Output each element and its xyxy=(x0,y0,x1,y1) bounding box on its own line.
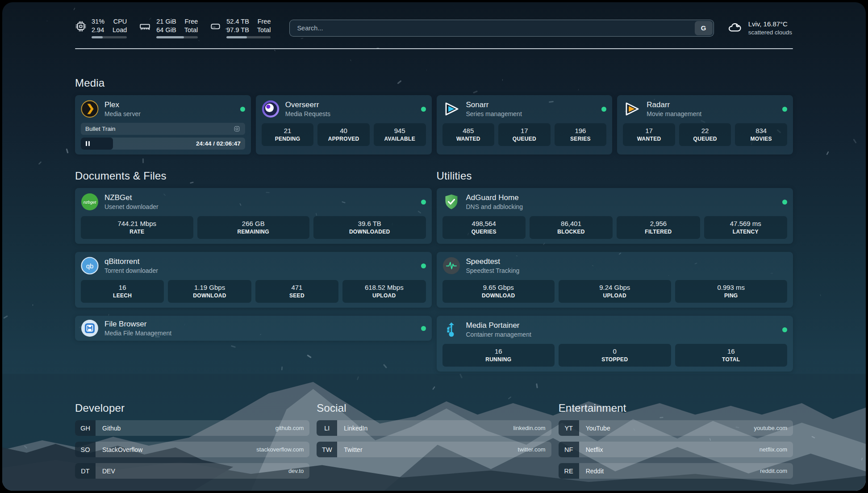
service-card-plex[interactable]: Plex Media server Bullet Train xyxy=(75,95,251,155)
service-name: Plex xyxy=(104,100,141,110)
plex-now-playing-row: Bullet Train xyxy=(81,123,245,135)
stat-remaining: 266 GBREMAINING xyxy=(197,216,310,239)
service-subtitle: Torrent downloader xyxy=(104,267,158,275)
speedtest-logo-icon xyxy=(442,257,460,275)
stat-pending: 21PENDING xyxy=(262,123,314,146)
bookmark-name: Github xyxy=(96,420,121,436)
status-online-dot xyxy=(240,107,245,112)
bookmark-name: LinkedIn xyxy=(337,420,367,436)
service-name: Sonarr xyxy=(466,100,522,110)
service-subtitle: DNS and adblocking xyxy=(466,203,523,211)
service-card-portainer[interactable]: Media Portainer Container management 16R… xyxy=(437,316,793,372)
service-subtitle: Speedtest Tracking xyxy=(466,267,520,275)
status-online-dot xyxy=(782,200,787,205)
overseerr-logo-icon xyxy=(262,100,280,118)
stat-queued: 17QUEUED xyxy=(498,123,551,146)
bookmark-url: twitter.com xyxy=(518,442,551,457)
section-developer: Developer GH Github github.com SO StackO… xyxy=(75,402,309,479)
ram-total-label: Total xyxy=(184,26,198,34)
cloud-icon xyxy=(726,20,743,36)
plex-pause-indicator xyxy=(81,138,113,150)
bookmark-url: reddit.com xyxy=(760,463,793,479)
header-divider xyxy=(75,48,793,49)
stat-rate: 744.21 MbpsRATE xyxy=(81,216,193,239)
bookmark-stackoverflow[interactable]: SO StackOverflow stackoverflow.com xyxy=(75,442,309,457)
bookmark-abbr: RE xyxy=(559,463,579,479)
bookmark-github[interactable]: GH Github github.com xyxy=(75,420,309,436)
stat-download: 9.65 GbpsDOWNLOAD xyxy=(442,280,555,303)
service-subtitle: Usenet downloader xyxy=(104,203,159,211)
bookmark-name: Netflix xyxy=(579,442,603,457)
bookmark-linkedin[interactable]: LI LinkedIn linkedin.com xyxy=(317,420,551,436)
social-section-title: Social xyxy=(317,402,551,414)
bookmark-abbr: YT xyxy=(559,420,579,436)
service-card-speedtest[interactable]: Speedtest Speedtest Tracking 9.65 GbpsDO… xyxy=(437,252,793,308)
bookmark-youtube[interactable]: YT YouTube youtube.com xyxy=(559,420,793,436)
service-subtitle: Container management xyxy=(466,330,531,338)
stat-movies: 834MOVIES xyxy=(735,123,787,146)
service-card-filebrowser[interactable]: File Browser Media File Management xyxy=(75,316,432,341)
status-online-dot xyxy=(421,200,426,205)
stat-blocked: 86,401BLOCKED xyxy=(530,216,613,239)
search-input[interactable] xyxy=(289,20,714,37)
status-online-dot xyxy=(782,107,787,112)
disk-total-label: Total xyxy=(257,26,271,34)
stat-wanted: 17WANTED xyxy=(623,123,675,146)
stat-total: 16TOTAL xyxy=(675,344,788,367)
stat-wanted: 485WANTED xyxy=(442,123,495,146)
service-card-overseerr[interactable]: Overseerr Media Requests 21PENDING 40APP… xyxy=(256,95,432,155)
stat-leech: 16LEECH xyxy=(81,280,164,303)
svg-text:qb: qb xyxy=(86,262,94,270)
dashboard-screen: 31% 2.94 CPU Load xyxy=(0,0,868,493)
search-provider-button[interactable]: G xyxy=(695,21,713,35)
service-name: NZBGet xyxy=(104,193,159,203)
stat-available: 945AVAILABLE xyxy=(374,123,426,146)
service-subtitle: Movie management xyxy=(647,110,701,118)
status-online-dot xyxy=(421,263,426,268)
media-type-icon xyxy=(233,125,241,133)
weather-condition: scattered clouds xyxy=(748,29,792,36)
ram-progress-bar xyxy=(156,36,198,38)
service-card-sonarr[interactable]: Sonarr Series management 485WANTED 17QUE… xyxy=(437,95,613,155)
disk-widget: 52.4 TB 97.9 TB Free Total xyxy=(209,17,271,38)
service-card-radarr[interactable]: Radarr Movie management 17WANTED 22QUEUE… xyxy=(617,95,793,155)
adguard-logo-icon xyxy=(442,193,460,211)
stat-upload: 9.24 GbpsUPLOAD xyxy=(559,280,671,303)
portainer-logo-icon xyxy=(442,321,460,338)
weather-location-temp: Lviv, 16.87°C xyxy=(748,20,792,29)
disk-total-value: 97.9 TB xyxy=(226,26,249,34)
svg-text:nzbget: nzbget xyxy=(83,200,96,205)
service-name: Media Portainer xyxy=(466,321,531,330)
bookmark-twitter[interactable]: TW Twitter twitter.com xyxy=(317,442,551,457)
service-card-adguard[interactable]: AdGuard Home DNS and adblocking 498,564Q… xyxy=(437,188,793,244)
bookmark-reddit[interactable]: RE Reddit reddit.com xyxy=(559,463,793,479)
bookmark-url: linkedin.com xyxy=(513,420,551,436)
qbittorrent-logo-icon: qb xyxy=(81,257,99,275)
dashboard-frame: 31% 2.94 CPU Load xyxy=(2,2,866,491)
bookmark-netflix[interactable]: NF Netflix netflix.com xyxy=(559,442,793,457)
bookmark-url: netflix.com xyxy=(760,442,793,457)
ram-total-value: 64 GiB xyxy=(156,26,176,34)
plex-logo-icon xyxy=(81,100,99,118)
service-card-nzbget[interactable]: nzbget NZBGet Usenet downloader 74 xyxy=(75,188,432,244)
bookmark-url: youtube.com xyxy=(754,420,793,436)
bookmark-url: stackoverflow.com xyxy=(256,442,309,457)
ram-icon xyxy=(138,21,151,32)
documents-section-title: Documents & Files xyxy=(75,170,432,182)
developer-section-title: Developer xyxy=(75,402,309,414)
cpu-progress-bar xyxy=(92,36,127,38)
disk-free-label: Free xyxy=(257,17,271,26)
service-card-qbittorrent[interactable]: qb qBittorrent Torrent downloader xyxy=(75,252,432,308)
disk-progress-bar xyxy=(226,36,271,38)
ram-free-label: Free xyxy=(184,17,198,26)
disk-icon xyxy=(209,21,221,32)
plex-playback-progress: 24:44 / 02:06:47 xyxy=(81,138,245,150)
filebrowser-logo-icon xyxy=(81,319,99,337)
section-utilities: Utilities xyxy=(437,170,793,372)
cpu-widget: 31% 2.94 CPU Load xyxy=(75,17,127,38)
stat-queued: 22QUEUED xyxy=(679,123,731,146)
service-subtitle: Series management xyxy=(466,110,522,118)
service-name: Overseerr xyxy=(285,100,330,110)
bookmark-dev[interactable]: DT DEV dev.to xyxy=(75,463,309,479)
stat-latency: 47.569 msLATENCY xyxy=(704,216,787,239)
